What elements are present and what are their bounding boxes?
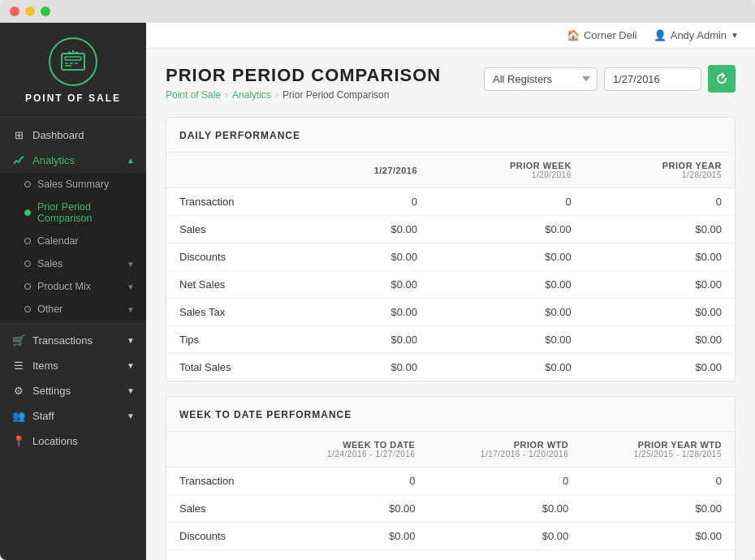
week-col-label [166,432,275,467]
sidebar-logo: POINT OF SALE [0,23,146,118]
row-col3: $0.00 [581,550,735,561]
page-header: PRIOR PERIOD COMPARISON Point of Sale › … [166,65,736,101]
analytics-icon [11,155,26,166]
sales-label: Sales [37,258,63,269]
nav-divider-1 [0,324,146,325]
svg-rect-0 [62,54,84,70]
date-input[interactable] [604,67,701,91]
breadcrumb: Point of Sale › Analytics › Prior Period… [166,89,441,101]
other-arrow: ▼ [127,305,135,314]
row-col3: $0.00 [581,495,735,523]
row-col2: 0 [428,467,581,495]
store-indicator: 🏠 Corner Deli [567,29,637,41]
daily-col1: 1/27/2016 [308,153,430,188]
table-row: Transaction 0 0 0 [166,188,735,216]
sidebar-item-sales[interactable]: Sales ▼ [0,252,146,275]
table-row: Net Sales $0.00 $0.00 $0.00 [166,550,735,561]
row-col1: $0.00 [275,495,429,523]
sidebar-item-transactions[interactable]: 🛒 Transactions ▼ [0,328,146,353]
breadcrumb-pos[interactable]: Point of Sale [166,89,221,101]
sidebar-item-calendar[interactable]: Calendar [0,230,146,252]
row-col3: $0.00 [585,326,735,354]
row-label: Sales [166,216,308,243]
table-row: Discounts $0.00 $0.00 $0.00 [166,523,735,550]
logo-icon [49,37,97,86]
table-row: Total Sales $0.00 $0.00 $0.00 [166,354,735,381]
sidebar-item-locations[interactable]: 📍 Locations [0,429,146,454]
sidebar-item-prior-period[interactable]: Prior Period Comparison [0,196,146,230]
row-col1: $0.00 [308,216,430,243]
daily-table-body: Transaction 0 0 0 Sales $0.00 $0.00 $0.0… [166,188,735,381]
sales-dot [24,261,31,267]
sidebar-item-items[interactable]: ☰ Items ▼ [0,353,146,378]
topbar: 🏠 Corner Deli 👤 Andy Admin ▼ [146,23,755,49]
row-col3: $0.00 [585,243,735,271]
sidebar-item-settings[interactable]: ⚙ Settings ▼ [0,378,146,403]
sidebar-item-analytics[interactable]: Analytics ▲ [0,148,146,173]
minimize-button[interactable] [25,6,35,16]
calendar-label: Calendar [37,235,79,247]
page-content: PRIOR PERIOD COMPARISON Point of Sale › … [146,49,755,560]
sidebar-item-staff[interactable]: 👥 Staff ▼ [0,403,146,429]
row-label: Discounts [166,523,275,550]
row-col1: $0.00 [275,523,429,550]
prior-period-dot [24,209,31,216]
row-col1: 0 [308,188,430,216]
breadcrumb-analytics[interactable]: Analytics [232,89,271,101]
logo-text: POINT OF SALE [25,93,121,104]
locations-label: Locations [32,435,78,447]
table-row: Sales Tax $0.00 $0.00 $0.00 [166,299,735,326]
daily-performance-header: DAILY PERFORMANCE [166,118,735,153]
calendar-dot [24,238,31,244]
staff-label: Staff [32,410,54,422]
row-col2: $0.00 [428,495,581,523]
settings-icon: ⚙ [11,385,26,397]
sidebar-item-dashboard[interactable]: ⊞ Dashboard [0,123,146,148]
row-col2: $0.00 [428,523,581,550]
daily-col-label [166,153,308,188]
refresh-button[interactable] [708,65,736,93]
refresh-icon [715,72,728,85]
sidebar-item-product-mix[interactable]: Product Mix ▼ [0,275,146,298]
page-title: PRIOR PERIOD COMPARISON [166,65,441,86]
row-col1: $0.00 [308,299,430,326]
sidebar-item-analytics-label: Analytics [32,154,75,166]
sidebar-item-label: Dashboard [32,129,84,141]
row-label: Sales Tax [166,299,308,326]
table-row: Sales $0.00 $0.00 $0.00 [166,495,735,523]
row-col3: $0.00 [585,271,735,299]
other-label: Other [37,304,63,315]
daily-table-header-row: 1/27/2016 PRIOR WEEK 1/20/2016 PRIOR YEA… [166,153,735,188]
week-col3: PRIOR YEAR WTD 1/25/2015 - 1/28/2015 [581,432,735,467]
main-content: 🏠 Corner Deli 👤 Andy Admin ▼ PRIOR PERIO… [146,23,755,560]
locations-icon: 📍 [11,435,26,447]
maximize-button[interactable] [41,6,50,16]
sidebar-item-other[interactable]: Other ▼ [0,298,146,321]
table-row: Net Sales $0.00 $0.00 $0.00 [166,271,735,299]
row-col1: 0 [275,467,429,495]
sidebar-item-sales-summary[interactable]: Sales Summary [0,173,146,196]
daily-col3: PRIOR YEAR 1/28/2015 [585,153,735,188]
breadcrumb-sep-1: › [225,89,228,101]
row-col3: 0 [585,188,735,216]
user-name: Andy Admin [671,29,727,41]
row-col3: $0.00 [581,523,735,550]
close-button[interactable] [10,6,19,16]
week-table-body: Transaction 0 0 0 Sales $0.00 $0.00 $0.0… [166,467,735,561]
week-col1: WEEK TO DATE 1/24/2016 - 1/27/2016 [275,432,429,467]
table-row: Sales $0.00 $0.00 $0.00 [166,216,735,243]
daily-col2: PRIOR WEEK 1/20/2016 [430,153,585,188]
row-col2: $0.00 [430,243,585,271]
sales-summary-dot [24,181,31,187]
prior-period-label: Prior Period Comparison [37,201,135,224]
user-indicator[interactable]: 👤 Andy Admin ▼ [654,29,739,41]
svg-rect-1 [65,57,81,60]
row-label: Net Sales [166,550,275,561]
user-dropdown-arrow: ▼ [731,31,739,40]
row-label: Transaction [166,467,275,495]
register-select[interactable]: All Registers [484,67,598,91]
sales-arrow: ▼ [127,260,135,269]
sidebar: POINT OF SALE ⊞ Dashboard Analytics ▲ [0,23,146,560]
table-row: Discounts $0.00 $0.00 $0.00 [166,243,735,271]
daily-performance-title: DAILY PERFORMANCE [179,130,300,141]
